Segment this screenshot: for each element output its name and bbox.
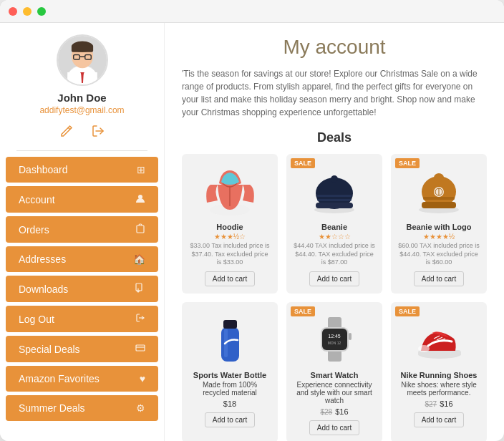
svg-rect-15 — [136, 284, 142, 291]
edit-profile-button[interactable] — [59, 124, 74, 142]
amazon-favorites-icon: ♥ — [140, 373, 145, 384]
avatar — [57, 34, 108, 86]
sidebar-item-summer-deals[interactable]: Summer Deals ⚙ — [6, 395, 158, 421]
main-layout: John Doe addifytest@gmail.com — [0, 23, 504, 441]
sidebar-item-account[interactable]: Account — [6, 186, 158, 213]
water-bottle-add-to-cart-button[interactable]: Add to cart — [205, 412, 255, 427]
beanie-logo-name: Beanie with Logo — [406, 223, 471, 231]
smart-watch-price: $28$16 — [320, 407, 348, 416]
beanie-sale-badge: SALE — [291, 158, 315, 168]
logout-icon-button[interactable] — [91, 124, 105, 142]
dashboard-icon: ⊞ — [137, 164, 145, 175]
svg-rect-25 — [317, 199, 352, 201]
nav-label: Dashboard — [19, 164, 68, 175]
sidebar-item-downloads[interactable]: Downloads — [6, 276, 158, 302]
minimize-dot[interactable] — [23, 7, 32, 16]
beanie-logo-sale-badge: SALE — [395, 158, 420, 168]
svg-text:12:45: 12:45 — [328, 334, 341, 339]
svg-rect-41 — [322, 329, 347, 350]
nav-label: Log Out — [19, 314, 54, 325]
sidebar-item-logout[interactable]: Log Out — [6, 306, 158, 332]
sidebar-item-addresses[interactable]: Addresses 🏠 — [6, 246, 158, 272]
svg-rect-35 — [221, 327, 239, 362]
svg-rect-17 — [136, 345, 145, 351]
water-bottle-desc: Made from 100% recycled material — [189, 381, 271, 397]
svg-point-47 — [418, 345, 430, 352]
deals-grid: Hoodie ★★★½☆ $33.00 Tax included price i… — [182, 154, 487, 441]
summer-deals-icon: ⚙ — [136, 402, 145, 414]
addresses-icon: 🏠 — [133, 253, 145, 265]
deals-title: Deals — [182, 130, 487, 145]
water-bottle-image — [201, 309, 258, 367]
smart-watch-desc: Experience connectivity and style with o… — [294, 381, 375, 404]
beanie-logo-add-to-cart-button[interactable]: Add to cart — [414, 271, 464, 286]
hoodie-add-to-cart-button[interactable]: Add to cart — [205, 271, 255, 286]
svg-rect-36 — [223, 320, 237, 329]
special-deals-icon — [135, 343, 145, 355]
svg-rect-44 — [349, 333, 352, 340]
svg-point-26 — [331, 175, 338, 183]
user-email: addifytest@gmail.com — [39, 105, 124, 115]
beanie-stars: ★★☆☆☆ — [319, 233, 351, 241]
intro-text: 'Tis the season for savings at our store… — [182, 67, 487, 119]
hoodie-price-info: $33.00 Tax included price is $37.40. Tax… — [189, 242, 271, 267]
sidebar-item-amazon-favorites[interactable]: Amazon Favorites ♥ — [6, 366, 158, 392]
deal-card-nike-shoes: SALE — [391, 302, 487, 441]
sidebar-action-icons — [59, 124, 105, 142]
svg-line-11 — [68, 127, 70, 130]
svg-rect-31 — [423, 197, 455, 200]
maximize-dot[interactable] — [37, 7, 46, 16]
hoodie-name: Hoodie — [216, 223, 243, 231]
hoodie-stars: ★★★½☆ — [214, 233, 246, 241]
deal-card-beanie-logo: SALE — [391, 154, 487, 294]
nav-label: Downloads — [19, 284, 68, 295]
page-title: My account — [182, 36, 487, 59]
nav-label: Special Deals — [19, 344, 80, 355]
user-name: John Doe — [57, 92, 106, 104]
main-content: My account 'Tis the season for savings a… — [165, 23, 504, 441]
nav-label: Account — [19, 194, 55, 205]
smart-watch-add-to-cart-button[interactable]: Add to cart — [309, 420, 359, 435]
close-dot[interactable] — [9, 7, 17, 16]
account-icon — [135, 193, 145, 205]
smart-watch-sale-badge: SALE — [291, 306, 315, 316]
svg-rect-24 — [317, 195, 352, 197]
svg-text:MON 12: MON 12 — [327, 341, 341, 345]
deal-card-beanie: SALE — [286, 154, 382, 294]
nike-shoes-price: $27$16 — [425, 399, 452, 408]
titlebar — [0, 0, 504, 23]
nav-menu: Dashboard ⊞ Account Orders Addresses — [0, 157, 164, 425]
svg-rect-23 — [316, 203, 353, 208]
logout-icon — [135, 313, 145, 325]
orders-icon — [135, 223, 145, 236]
sidebar-item-orders[interactable]: Orders — [6, 216, 158, 243]
hoodie-image — [201, 161, 258, 218]
beanie-image — [306, 161, 363, 218]
beanie-price-info: $44.40 TAX included price is $44.40. TAX… — [294, 242, 375, 267]
beanie-logo-price-info: $60.00 TAX included price is $44.40. TAX… — [398, 242, 480, 267]
beanie-add-to-cart-button[interactable]: Add to cart — [309, 271, 359, 286]
svg-rect-30 — [422, 202, 456, 208]
smart-watch-image: 12:45 MON 12 — [306, 309, 363, 367]
nike-shoes-desc: Nike shoes: where style meets performanc… — [398, 381, 480, 397]
nike-shoes-add-to-cart-button[interactable]: Add to cart — [414, 412, 464, 427]
beanie-name: Beanie — [321, 223, 347, 231]
sidebar: John Doe addifytest@gmail.com — [0, 23, 165, 441]
smart-watch-name: Smart Watch — [311, 371, 359, 379]
svg-rect-5 — [71, 45, 92, 52]
nike-shoes-name: Nike Running Shoes — [401, 371, 478, 379]
sidebar-item-special-deals[interactable]: Special Deals — [6, 336, 158, 362]
nav-label: Orders — [19, 224, 49, 236]
nav-label: Amazon Favorites — [19, 373, 100, 384]
svg-rect-14 — [137, 226, 144, 233]
water-bottle-name: Sports Water Bottle — [193, 371, 266, 379]
deal-card-hoodie: Hoodie ★★★½☆ $33.00 Tax included price i… — [182, 154, 278, 294]
downloads-icon — [135, 283, 145, 295]
nike-shoes-image — [410, 309, 467, 367]
nav-label: Summer Deals — [19, 402, 85, 414]
beanie-logo-stars: ★★★★½ — [423, 233, 455, 241]
nav-label: Addresses — [19, 253, 66, 265]
sidebar-item-dashboard[interactable]: Dashboard ⊞ — [6, 157, 158, 183]
app-window: John Doe addifytest@gmail.com — [0, 0, 504, 441]
nike-shoes-sale-badge: SALE — [395, 306, 420, 316]
